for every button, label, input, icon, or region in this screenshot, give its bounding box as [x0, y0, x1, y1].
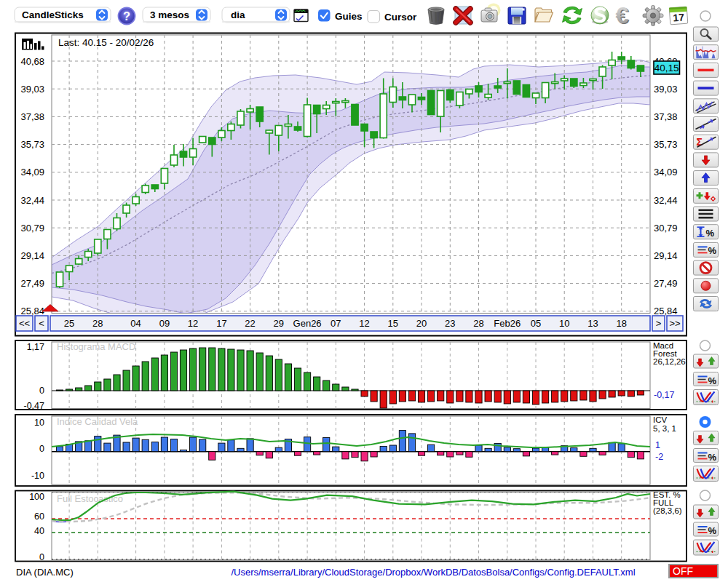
svg-text:Guies: Guies [335, 11, 363, 22]
svg-text:25,84: 25,84 [20, 306, 44, 316]
svg-text:40,68: 40,68 [20, 56, 44, 67]
svg-text:ICV: ICV [653, 415, 668, 424]
svg-text:35,73: 35,73 [654, 139, 678, 150]
svg-text:Last: 40.15 - 20/02/26: Last: 40.15 - 20/02/26 [58, 37, 154, 48]
svg-text:Full Estocastico: Full Estocastico [57, 493, 123, 504]
svg-text:28: 28 [473, 318, 483, 329]
svg-text:37,38: 37,38 [654, 111, 678, 122]
svg-text:0: 0 [39, 386, 44, 396]
svg-text:10: 10 [559, 318, 569, 329]
svg-text:09: 09 [159, 318, 170, 329]
svg-text:13: 13 [587, 318, 598, 329]
svg-text:25: 25 [64, 318, 74, 329]
svg-text:0: 0 [39, 552, 44, 562]
svg-text:07: 07 [331, 318, 341, 329]
svg-text:-10: -10 [31, 471, 44, 481]
svg-text:39,03: 39,03 [20, 84, 44, 95]
svg-text:OFF: OFF [673, 565, 693, 577]
svg-text:29,14: 29,14 [20, 250, 44, 261]
svg-text:28: 28 [92, 318, 103, 329]
svg-text:Cursor: Cursor [384, 12, 417, 23]
svg-text:29: 29 [274, 318, 284, 329]
svg-text:/Users/mserra/Library/CloudSto: /Users/mserra/Library/CloudStorage/Dropb… [231, 567, 635, 578]
svg-text:%: % [706, 228, 715, 239]
svg-text:%: % [708, 245, 717, 256]
svg-text:5, 3, 1: 5, 3, 1 [653, 424, 676, 433]
svg-text:%: % [708, 452, 717, 463]
svg-text:%: % [708, 525, 717, 536]
svg-text:35,73: 35,73 [20, 139, 44, 150]
svg-text:3 mesos: 3 mesos [150, 9, 189, 20]
svg-text:Indice Calidad Vela: Indice Calidad Vela [57, 416, 138, 427]
svg-text:37,38: 37,38 [20, 111, 44, 122]
svg-text:60: 60 [34, 511, 44, 522]
svg-text:DIA (DIA.MC): DIA (DIA.MC) [16, 567, 74, 578]
svg-text:-0,47: -0,47 [24, 401, 45, 411]
svg-text:1: 1 [655, 440, 660, 450]
svg-text:30,79: 30,79 [20, 223, 44, 234]
svg-text:100: 100 [29, 492, 44, 502]
svg-text:0: 0 [39, 444, 44, 454]
svg-text:10: 10 [34, 418, 44, 428]
svg-text:<: < [39, 318, 44, 329]
svg-text:Histograma MACD: Histograma MACD [57, 341, 135, 352]
svg-text:18: 18 [616, 318, 626, 329]
svg-text:20: 20 [416, 318, 427, 329]
svg-text:32,44: 32,44 [654, 195, 678, 206]
svg-text:34,09: 34,09 [654, 167, 678, 178]
svg-text:€: € [616, 2, 629, 28]
svg-text:%: % [708, 375, 717, 386]
svg-text:Gen26: Gen26 [293, 318, 322, 329]
svg-text:12: 12 [359, 318, 369, 329]
svg-text:04: 04 [130, 318, 141, 329]
svg-text:?: ? [123, 9, 130, 23]
svg-text:23: 23 [445, 318, 455, 329]
svg-text:34,09: 34,09 [20, 167, 44, 178]
svg-text:-0,17: -0,17 [654, 390, 675, 400]
svg-text:27,49: 27,49 [20, 278, 44, 289]
svg-text:29,14: 29,14 [654, 250, 678, 261]
svg-text:15: 15 [388, 318, 398, 329]
svg-text:1,17: 1,17 [27, 342, 44, 352]
svg-text:dia: dia [231, 9, 245, 20]
svg-text:17: 17 [673, 11, 685, 23]
svg-text:-2: -2 [655, 452, 663, 462]
svg-text:27,49: 27,49 [654, 278, 678, 289]
svg-text:>>: >> [669, 318, 680, 329]
svg-text:<<: << [19, 318, 30, 329]
svg-text:30,79: 30,79 [654, 223, 678, 234]
svg-text:40: 40 [34, 526, 44, 536]
svg-text:12: 12 [188, 318, 198, 329]
svg-text:22: 22 [245, 318, 255, 329]
svg-text:CandleSticks: CandleSticks [22, 9, 84, 20]
svg-text:Feb26: Feb26 [494, 318, 521, 329]
svg-text:26,12,26: 26,12,26 [653, 357, 686, 366]
svg-text:17: 17 [216, 318, 226, 329]
svg-text:(28,3,6): (28,3,6) [653, 506, 682, 515]
svg-text:40,15: 40,15 [654, 63, 679, 73]
svg-text:05: 05 [531, 318, 541, 329]
svg-text:>: > [656, 318, 662, 329]
svg-text:39,03: 39,03 [654, 84, 678, 95]
svg-text:32,44: 32,44 [20, 195, 44, 206]
svg-text:25,84: 25,84 [654, 306, 678, 316]
